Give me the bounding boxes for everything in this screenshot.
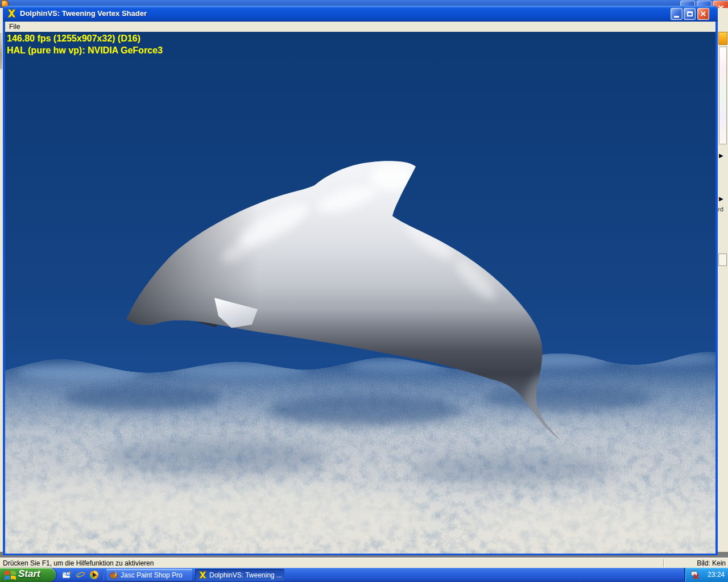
dolphinvs-window: DolphinVS: Tweening Vertex Shader ✕ File: [3, 6, 718, 555]
system-tray: 23:24: [684, 568, 728, 582]
psp-right-palette-strip: ▶ ▶ rd: [718, 8, 728, 558]
psp-toolbar-label-fragment: rd: [718, 206, 728, 213]
taskbar-button-label: DolphinVS: Tweening ...: [209, 571, 282, 579]
directx-icon: [198, 571, 207, 579]
sea-floor: [5, 341, 715, 554]
psp-panel-box: [718, 253, 727, 266]
close-button[interactable]: ✕: [697, 8, 709, 20]
maximize-button[interactable]: [684, 8, 696, 20]
hud-fps-line: 146.80 fps (1255x907x32) (D16): [7, 32, 163, 44]
psp-expand-arrow-icon[interactable]: ▶: [719, 151, 727, 160]
psp-statusbar: Drücken Sie F1, um die Hilfefunktion zu …: [0, 558, 728, 568]
render-viewport: 146.80 fps (1255x907x32) (D16) HAL (pure…: [5, 32, 715, 554]
network-disconnected-icon[interactable]: [690, 570, 700, 580]
media-player-icon[interactable]: [89, 570, 99, 580]
directx-icon: [7, 9, 16, 18]
taskbar-button-dolphinvs[interactable]: DolphinVS: Tweening ...: [195, 569, 284, 581]
menubar: File: [5, 22, 715, 32]
minimize-button[interactable]: [671, 8, 682, 20]
menu-file[interactable]: File: [5, 22, 24, 32]
psp-toolbar-grip[interactable]: [0, 33, 2, 69]
statusbar-help-text: Drücken Sie F1, um die Hilfefunktion zu …: [3, 559, 154, 567]
psp-expand-arrow-icon[interactable]: ▶: [719, 194, 727, 203]
windows-flag-icon: [4, 569, 16, 581]
svg-text:e: e: [77, 571, 81, 580]
statusbar-separator: [663, 559, 664, 567]
psp-color-swatch[interactable]: [718, 32, 727, 45]
dolphinvs-titlebar[interactable]: DolphinVS: Tweening Vertex Shader ✕: [3, 6, 718, 22]
taskbar: Start e Jasc Paint Shop Pro: [0, 568, 728, 582]
window-title: DolphinVS: Tweening Vertex Shader: [20, 9, 147, 18]
taskbar-button-label: Jasc Paint Shop Pro: [121, 571, 183, 579]
taskbar-clock[interactable]: 23:24: [708, 571, 725, 579]
paint-shop-pro-icon: [110, 571, 118, 579]
statusbar-image-status: Bild: Kein: [697, 559, 726, 567]
dolphin-scene: [5, 32, 715, 554]
start-button[interactable]: Start: [0, 568, 56, 582]
start-label: Start: [18, 568, 40, 580]
outlook-express-icon[interactable]: [62, 570, 72, 580]
taskbar-button-paintshoppro[interactable]: Jasc Paint Shop Pro: [106, 569, 192, 581]
hud-device-line: HAL (pure hw vp): NVIDIA GeForce3: [7, 44, 163, 56]
fps-overlay: 146.80 fps (1255x907x32) (D16) HAL (pure…: [7, 32, 163, 56]
quick-launch-bar: e: [57, 568, 106, 582]
taskbar-divider: [103, 569, 104, 580]
psp-gradient-strip[interactable]: [719, 47, 727, 144]
internet-explorer-icon[interactable]: e: [76, 570, 85, 580]
